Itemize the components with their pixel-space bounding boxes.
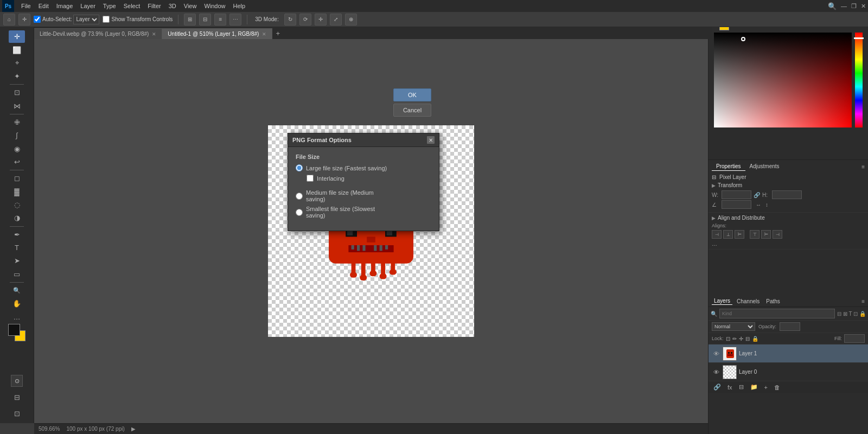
- close-btn[interactable]: ✕: [861, 3, 866, 10]
- more-options[interactable]: …: [712, 241, 865, 247]
- tab-close-1[interactable]: ✕: [152, 31, 156, 37]
- tool-dodge[interactable]: ◑: [9, 212, 25, 224]
- tool-eraser[interactable]: ◻: [9, 172, 25, 184]
- menu-3d[interactable]: 3D: [165, 2, 180, 10]
- layer-filter-btns[interactable]: ⊟ ⊠ T ⊡ 🔒: [837, 311, 866, 317]
- restore-btn[interactable]: ❐: [851, 3, 857, 10]
- cancel-button[interactable]: Cancel: [393, 104, 431, 117]
- option-large[interactable]: Large file size (Fastest saving): [296, 164, 388, 171]
- 3d-pan-btn[interactable]: ✛: [315, 14, 327, 25]
- layers-search-input[interactable]: [719, 309, 835, 318]
- align-center-btn[interactable]: ⊟: [199, 14, 211, 25]
- menu-view[interactable]: View: [180, 2, 201, 10]
- lock-paint-btn[interactable]: ✏: [732, 336, 737, 342]
- tool-history-brush[interactable]: ↩: [9, 156, 25, 168]
- link-wh-icon[interactable]: 🔗: [754, 192, 760, 198]
- layer-item-0[interactable]: 👁 Layer 0: [709, 363, 868, 381]
- 3d-roll-btn[interactable]: ⟳: [299, 14, 311, 25]
- lock-move-btn[interactable]: ✛: [739, 336, 743, 342]
- flip-icon[interactable]: ↔: [756, 202, 761, 208]
- align-right-btn[interactable]: ≡: [214, 14, 226, 25]
- hue-slider[interactable]: [855, 33, 863, 127]
- layer-item-1[interactable]: 👁 Layer 1: [709, 344, 868, 363]
- tool-brush[interactable]: ∫: [9, 129, 25, 142]
- move-tool-btn[interactable]: ✛: [18, 14, 30, 25]
- tool-pen[interactable]: ✒: [9, 228, 25, 240]
- lock-artboard-btn[interactable]: ⊟: [745, 336, 750, 342]
- tab-untitled[interactable]: Untitled-1 @ 510% (Layer 1, RGB/8#) ✕: [162, 28, 272, 39]
- tool-stamp[interactable]: ◉: [9, 143, 25, 155]
- auto-select-check[interactable]: Auto-Select: Layer: [34, 15, 99, 24]
- layer-new-btn[interactable]: +: [763, 384, 769, 391]
- search-icon[interactable]: 🔍: [828, 2, 837, 10]
- opacity-input[interactable]: 100%: [780, 322, 800, 331]
- layer-select[interactable]: Layer: [73, 15, 99, 24]
- layout-btn[interactable]: ⊟: [9, 390, 25, 405]
- tab-channels[interactable]: Channels: [735, 298, 762, 305]
- menu-type[interactable]: Type: [99, 2, 120, 10]
- menu-file[interactable]: File: [17, 2, 35, 10]
- tool-lasso[interactable]: ⌖: [9, 57, 25, 69]
- align-v-center[interactable]: ⊢: [761, 230, 771, 239]
- menu-edit[interactable]: Edit: [35, 2, 53, 10]
- show-transform-check[interactable]: Show Transform Controls: [103, 16, 173, 23]
- menu-select[interactable]: Select: [120, 2, 144, 10]
- tool-path-select[interactable]: ➤: [9, 254, 25, 267]
- tab-add-btn[interactable]: +: [272, 29, 283, 37]
- align-top-edge[interactable]: ⊤: [750, 230, 760, 239]
- tool-gradient[interactable]: ▓: [9, 185, 25, 197]
- tool-select-rect[interactable]: ⬜: [9, 43, 25, 56]
- foreground-color[interactable]: [8, 324, 20, 336]
- layers-menu-btn[interactable]: ≡: [861, 298, 865, 304]
- transform-angle-input[interactable]: [722, 200, 751, 209]
- transform-w-input[interactable]: [722, 190, 751, 199]
- menu-image[interactable]: Image: [53, 2, 77, 10]
- ok-button[interactable]: OK: [393, 88, 431, 101]
- transform-h-input[interactable]: [772, 190, 802, 199]
- screen-mode-btn[interactable]: ⊡: [9, 406, 25, 421]
- minimize-btn[interactable]: —: [841, 3, 847, 9]
- menu-filter[interactable]: Filter: [144, 2, 164, 10]
- tool-text[interactable]: T: [9, 241, 25, 254]
- align-bottom-edge[interactable]: ⊣: [773, 230, 782, 239]
- 3d-scale-btn[interactable]: ⊕: [345, 14, 357, 25]
- tool-zoom[interactable]: 🔍: [9, 284, 25, 297]
- tool-more[interactable]: …: [9, 310, 25, 323]
- tool-blur[interactable]: ◌: [9, 199, 25, 211]
- color-saturation-area[interactable]: [714, 33, 852, 127]
- menu-layer[interactable]: Layer: [76, 2, 99, 10]
- interlacing-option[interactable]: Interlacing: [307, 175, 388, 182]
- menu-window[interactable]: Window: [200, 2, 229, 10]
- tool-shape[interactable]: ▭: [9, 267, 25, 280]
- option-medium[interactable]: Medium file size (Medium saving): [296, 189, 388, 202]
- transform-header[interactable]: ▶ Transform: [712, 181, 865, 189]
- layer-mask-btn[interactable]: ⊟: [737, 383, 745, 391]
- layer-fx-btn[interactable]: fx: [726, 384, 734, 391]
- tool-hand[interactable]: ✋: [9, 297, 25, 310]
- layer-group-btn[interactable]: 📁: [749, 383, 760, 391]
- tab-paths[interactable]: Paths: [764, 298, 782, 305]
- status-arrow[interactable]: ▶: [131, 426, 136, 432]
- menu-help[interactable]: Help: [229, 2, 250, 10]
- flip-v-icon[interactable]: ↕: [765, 202, 768, 208]
- tab-little-devil[interactable]: Little-Devil.webp @ 73.9% (Layer 0, RGB/…: [34, 28, 162, 39]
- tool-heal[interactable]: ✙: [9, 116, 25, 129]
- tab-properties[interactable]: Properties: [712, 162, 745, 171]
- lock-all-btn[interactable]: 🔒: [752, 336, 758, 342]
- layer-0-visibility[interactable]: 👁: [712, 369, 720, 375]
- layer-delete-btn[interactable]: 🗑: [773, 384, 782, 391]
- props-menu-btn[interactable]: ≡: [861, 164, 865, 170]
- tool-move[interactable]: ✛: [9, 30, 25, 43]
- layer-1-visibility[interactable]: 👁: [712, 350, 720, 357]
- layer-link-btn[interactable]: 🔗: [712, 383, 723, 391]
- tab-layers[interactable]: Layers: [712, 297, 732, 305]
- align-right-edge[interactable]: ⊢: [735, 230, 744, 239]
- 3d-rotate-btn[interactable]: ↻: [284, 14, 296, 25]
- 3d-slide-btn[interactable]: ⤢: [330, 14, 342, 25]
- quick-mask-btn[interactable]: ⊙: [11, 375, 23, 387]
- option-small[interactable]: Smallest file size (Slowest saving): [296, 206, 388, 219]
- tab-adjustments[interactable]: Adjustments: [745, 162, 784, 171]
- fill-input[interactable]: 100%: [844, 334, 865, 343]
- lock-transparent-btn[interactable]: ⊡: [726, 336, 730, 342]
- tool-eyedropper[interactable]: ⋈: [9, 100, 25, 112]
